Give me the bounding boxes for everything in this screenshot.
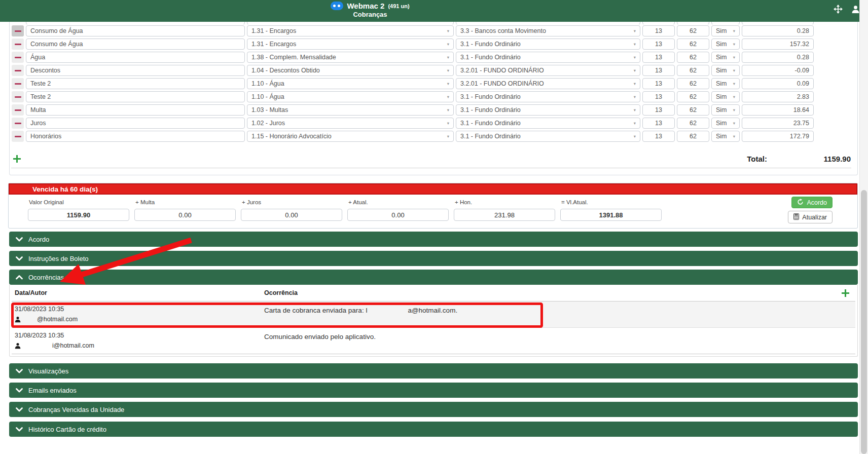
category-select[interactable]: 1.38 - Complem. Mensalidade▾ — [247, 52, 454, 63]
account-select[interactable]: 3.1 - Fundo Ordinário▾ — [456, 39, 640, 50]
field-value-input[interactable]: 1391.88 — [560, 209, 662, 221]
flag-select[interactable]: Sim▾ — [711, 25, 740, 36]
row-description-input[interactable]: Água — [26, 52, 245, 63]
category-select[interactable]: 1.31 - Encargos▾ — [247, 25, 454, 36]
account-select[interactable]: 3.1 - Fundo Ordinário▾ — [456, 131, 640, 142]
numeric-input-2[interactable]: 62 — [677, 78, 709, 89]
numeric-input-1[interactable]: 13 — [642, 25, 675, 36]
value-input[interactable]: 18.64 — [742, 104, 814, 116]
account-select[interactable]: 3.2.01 - FUNDO ORDINÁRIO▾ — [456, 78, 640, 89]
remove-row-button[interactable] — [12, 91, 24, 102]
value-input[interactable]: 157.32 — [742, 39, 814, 50]
category-select[interactable]: 1.31 - Encargos▾ — [247, 39, 454, 50]
flag-select[interactable]: Sim▾ — [711, 39, 740, 50]
value-input[interactable]: 0.28 — [742, 25, 814, 36]
category-select[interactable]: 1.03 - Multas▾ — [247, 104, 454, 116]
numeric-input-2[interactable]: 62 — [677, 118, 709, 129]
numeric-input-2[interactable]: 62 — [677, 104, 709, 116]
row-description-input[interactable]: Multa — [26, 104, 245, 116]
account-select[interactable]: 3.1 - Fundo Ordinário▾ — [456, 104, 640, 116]
row-description-input[interactable]: Teste 2 — [26, 91, 245, 102]
value-input[interactable]: -0.09 — [742, 65, 814, 76]
category-select[interactable]: 1.04 - Descontos Obtido▾ — [247, 65, 454, 76]
row-description-input[interactable]: Consumo de Água — [26, 25, 245, 36]
numeric-input-2[interactable]: 62 — [677, 52, 709, 63]
account-select[interactable]: 3.3 - Bancos conta Movimento▾ — [456, 25, 640, 36]
account-select[interactable]: 3.1 - Fundo Ordinário▾ — [456, 91, 640, 102]
value-input[interactable]: 172.79 — [742, 131, 814, 142]
scrollbar-track[interactable] — [859, 0, 868, 454]
accordion-instrucoes-boleto[interactable]: Instruções de Boleto — [9, 251, 858, 266]
accordion-acordo[interactable]: Acordo — [9, 232, 858, 247]
numeric-input-1[interactable] — [642, 22, 675, 24]
row-description-input[interactable]: Consumo de Água — [26, 39, 245, 50]
flag-select[interactable]: Sim▾ — [711, 65, 740, 76]
category-select[interactable]: 1.15 - Honorário Advocatício▾ — [247, 131, 454, 142]
numeric-input-2[interactable] — [677, 22, 709, 24]
numeric-input-1[interactable]: 13 — [642, 131, 675, 142]
remove-row-button[interactable] — [12, 25, 24, 36]
category-select[interactable]: 1.02 - Juros▾ — [247, 118, 454, 129]
scrollbar-thumb[interactable] — [861, 190, 867, 454]
numeric-input-2[interactable]: 62 — [677, 91, 709, 102]
numeric-input-1[interactable]: 13 — [642, 91, 675, 102]
accordion-emails-enviados[interactable]: Emails enviados — [9, 383, 858, 398]
user-icon[interactable] — [851, 5, 860, 14]
accordion-visualizacoes[interactable]: Visualizações — [9, 363, 858, 379]
account-select[interactable]: 3.2.01 - FUNDO ORDINÁRIO▾ — [456, 65, 640, 76]
row-description-input[interactable]: Juros — [26, 118, 245, 129]
category-select[interactable]: 1.10 - Água▾ — [247, 78, 454, 89]
account-select[interactable] — [456, 22, 640, 24]
numeric-input-1[interactable]: 13 — [642, 104, 675, 116]
flag-select[interactable]: Sim▾ — [711, 91, 740, 102]
value-input[interactable] — [742, 22, 814, 24]
remove-row-button[interactable] — [12, 104, 24, 116]
add-charge-row-button[interactable] — [13, 155, 21, 163]
row-description-input[interactable]: Teste 2 — [26, 78, 245, 89]
numeric-input-1[interactable]: 13 — [642, 39, 675, 50]
row-description-input[interactable] — [26, 22, 245, 24]
numeric-input-1[interactable]: 13 — [642, 52, 675, 63]
remove-row-button[interactable] — [12, 118, 24, 129]
remove-row-button[interactable] — [12, 78, 24, 89]
numeric-input-2[interactable]: 62 — [677, 39, 709, 50]
numeric-input-1[interactable]: 13 — [642, 78, 675, 89]
accordion-ocorrencias[interactable]: Ocorrências — [9, 270, 858, 285]
field-value-input[interactable]: 0.00 — [241, 209, 342, 221]
value-input[interactable]: 0.09 — [742, 78, 814, 89]
row-description-input[interactable]: Honorários — [26, 131, 245, 142]
flag-select[interactable]: Sim▾ — [711, 78, 740, 89]
field-value-input[interactable]: 0.00 — [347, 209, 449, 221]
atualizar-button[interactable]: Atualizar — [788, 211, 833, 223]
flag-select[interactable]: Sim▾ — [711, 52, 740, 63]
category-select[interactable]: 1.10 - Água▾ — [247, 91, 454, 102]
category-select[interactable] — [247, 22, 454, 24]
remove-row-button[interactable] — [12, 52, 24, 63]
remove-row-button[interactable] — [12, 65, 24, 76]
numeric-input-1[interactable]: 13 — [642, 65, 675, 76]
value-input[interactable]: 2.83 — [742, 91, 814, 102]
account-select[interactable]: 3.1 - Fundo Ordinário▾ — [456, 118, 640, 129]
field-value-input[interactable]: 1159.90 — [28, 209, 129, 221]
fullscreen-icon[interactable] — [834, 5, 843, 14]
row-description-input[interactable]: Descontos — [26, 65, 245, 76]
value-input[interactable]: 0.28 — [742, 52, 814, 63]
flag-select[interactable] — [711, 22, 740, 24]
acordo-button[interactable]: Acordo — [791, 197, 833, 208]
flag-select[interactable]: Sim▾ — [711, 131, 740, 142]
flag-select[interactable]: Sim▾ — [711, 118, 740, 129]
field-value-input[interactable]: 231.98 — [454, 209, 555, 221]
remove-row-button[interactable] — [12, 131, 24, 142]
accordion-historico-cartao[interactable]: Histórico Cartão de crédito — [9, 422, 858, 437]
add-occurrence-button[interactable] — [842, 289, 849, 297]
numeric-input-2[interactable]: 62 — [677, 131, 709, 142]
field-value-input[interactable]: 0.00 — [134, 209, 236, 221]
numeric-input-2[interactable]: 62 — [677, 25, 709, 36]
numeric-input-1[interactable]: 13 — [642, 118, 675, 129]
numeric-input-2[interactable]: 62 — [677, 65, 709, 76]
accordion-cobrancas-vencidas[interactable]: Cobranças Vencidas da Unidade — [9, 402, 858, 417]
flag-select[interactable]: Sim▾ — [711, 104, 740, 116]
value-input[interactable]: 23.75 — [742, 118, 814, 129]
remove-row-button[interactable] — [12, 39, 24, 50]
account-select[interactable]: 3.1 - Fundo Ordinário▾ — [456, 52, 640, 63]
